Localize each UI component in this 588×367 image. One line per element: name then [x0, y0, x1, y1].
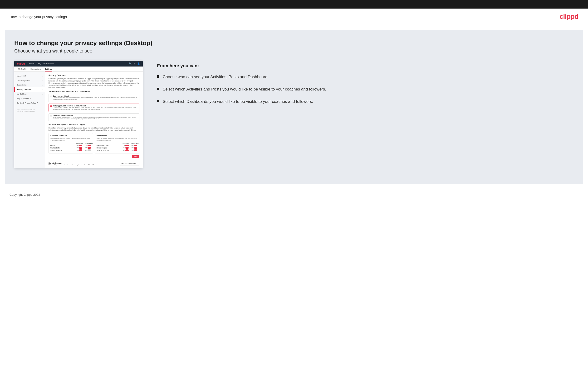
sidebar-item-privacy-policy[interactable]: Service & Privacy Policy ↗	[14, 101, 45, 105]
practice-label: Practice Drills	[50, 147, 76, 149]
sidebar-label-privacy-controls: Privacy Controls	[17, 88, 31, 91]
chevron-right-icon: ›	[42, 93, 43, 95]
player-dashboard-label: Player Dashboard	[96, 145, 122, 146]
clippd-logo: clippd	[560, 13, 579, 20]
sidebar-item-golf-bag[interactable]: My Golf Bag ›	[14, 92, 45, 96]
right-info-column: From here you can: Choose who can see yo…	[152, 61, 574, 111]
coaches-header-label: COACHES	[76, 142, 83, 144]
toggle-row-manual: Manual Activities ON ON	[50, 150, 91, 151]
manual-toggles: ON ON	[76, 150, 91, 151]
mockup-main-panel: Privacy Controls Control how you and you…	[45, 72, 143, 168]
bullet-list: Choose who can see your Activities, Post…	[157, 74, 574, 104]
sidebar-label-privacy-policy: Service & Privacy Policy ↗	[17, 102, 38, 104]
page-heading: How to change your privacy settings (Des…	[14, 39, 574, 47]
visit-community-button[interactable]: Visit Our Community ↗	[120, 162, 139, 166]
chevron-right-icon: ›	[42, 84, 43, 86]
two-column-layout: clippd Home My Performance 🔍 ⚙ 👤 My Prof…	[14, 61, 574, 168]
visit-community-label: Visit Our Community ↗	[121, 163, 138, 165]
followers-header-label-2: FOLLOWERS	[131, 142, 138, 144]
page-title: How to change your privacy settings	[9, 15, 67, 19]
what-to-work-coaches-toggle[interactable]: ON	[122, 150, 129, 151]
bullet-square-2	[157, 88, 159, 90]
sidebar-item-privacy-controls[interactable]: Privacy Controls ›	[14, 87, 45, 92]
tab-connections[interactable]: Connections	[30, 68, 41, 72]
player-dashboard-toggles: ON ON	[122, 145, 138, 146]
dashboards-col-desc: Select the types of activity that you'd …	[96, 138, 138, 141]
save-button[interactable]: Save	[132, 155, 139, 158]
mockup-tabs: My Profile Connections Settings	[14, 67, 143, 72]
bullet-item-2: Select which Activities and Posts you wo…	[157, 86, 574, 92]
sidebar-version: Clippd Client Version: 2022.8.2SQL Serve…	[14, 107, 45, 114]
user-icon: 👤	[137, 62, 140, 65]
sidebar-label-account: My Account	[17, 75, 26, 77]
bullet-text-2: Select which Activities and Posts you wo…	[163, 86, 326, 92]
radio-desc-only-you: Only you and the coaches you connect wit…	[53, 117, 138, 120]
radio-everyone[interactable]: Everyone on Clippd Everyone on Clippd ca…	[49, 94, 139, 102]
manual-coaches-toggle[interactable]: ON	[76, 150, 83, 151]
manual-label: Manual Activities	[50, 150, 76, 151]
what-to-work-label: What To Work On	[96, 150, 122, 151]
dashboards-header: COACHES FOLLOWERS	[96, 142, 138, 144]
tab-settings[interactable]: Settings	[45, 68, 52, 72]
sidebar-item-subscription[interactable]: Subscription ›	[14, 83, 45, 87]
toggle-row-round-insights: Round Insights ON ON	[96, 147, 138, 149]
sidebar-item-account[interactable]: My Account ›	[14, 74, 45, 78]
chevron-right-icon: ›	[42, 80, 43, 81]
bullet-item-1: Choose who can see your Activities, Post…	[157, 74, 574, 80]
practice-coaches-toggle[interactable]: ON	[76, 147, 83, 149]
sidebar-item-help[interactable]: Help & Support ↗	[14, 96, 45, 101]
copyright-text: Copyright Clippd 2022	[9, 193, 40, 196]
manual-followers-toggle[interactable]: ON	[85, 150, 91, 151]
round-insights-followers-toggle[interactable]: ON	[131, 147, 138, 149]
dashboards-col: Dashboards Select the types of activity …	[95, 133, 139, 153]
practice-followers-toggle[interactable]: ON	[85, 147, 91, 149]
page-subheading: Choose what you want people to see	[14, 48, 574, 54]
sidebar-label-subscription: Subscription	[17, 84, 26, 86]
radio-approved-followers[interactable]: Only Approved Followers and Your Coach O…	[49, 104, 139, 112]
who-can-see-title: Who Can See Your Activities and Dashboar…	[49, 90, 139, 92]
player-dashboard-followers-toggle[interactable]: ON	[131, 145, 138, 146]
header-divider	[9, 25, 579, 25]
mockup-nav-performance: My Performance	[38, 62, 54, 65]
bullet-text-3: Select which Dashboards you would like t…	[163, 99, 313, 105]
settings-icon: ⚙	[133, 62, 135, 65]
bullet-square-1	[157, 75, 159, 78]
followers-header-label: FOLLOWERS	[85, 142, 91, 144]
toggle-row-what-to-work: What To Work On ON ON	[96, 150, 138, 151]
chevron-right-icon: ›	[42, 75, 43, 77]
round-insights-coaches-toggle[interactable]: ON	[122, 147, 129, 149]
activities-col-title: Activities and Posts	[50, 135, 91, 137]
toggle-row-player-dashboard: Player Dashboard ON ON	[96, 145, 138, 146]
rounds-coaches-toggle[interactable]: ON	[76, 145, 83, 146]
round-insights-label: Round Insights	[96, 147, 122, 149]
radio-label-only-you: Only You and Your Coach	[53, 115, 138, 117]
help-text: Help & Support Visit our Clippd communit…	[49, 162, 98, 166]
tab-my-profile[interactable]: My Profile	[18, 68, 27, 72]
sidebar-item-data-integrations[interactable]: Data Integrations ›	[14, 78, 45, 83]
radio-desc-approved: Only approved followers and coaches you …	[53, 107, 138, 110]
activities-col: Activities and Posts Select the types of…	[49, 133, 93, 153]
radio-content-approved: Only Approved Followers and Your Coach O…	[53, 105, 138, 110]
show-hide-desc: Regardless of the privacy controls that …	[49, 127, 139, 131]
round-insights-toggles: ON ON	[122, 147, 138, 149]
privacy-controls-description: Control how you and your data appears to…	[49, 78, 139, 88]
radio-dot-only-you	[50, 115, 52, 117]
main-content: How to change your privacy settings (Des…	[5, 30, 583, 184]
mockup-top-nav: clippd Home My Performance 🔍 ⚙ 👤	[14, 61, 143, 67]
radio-content-everyone: Everyone on Clippd Everyone on Clippd ca…	[53, 95, 138, 101]
radio-only-you[interactable]: Only You and Your Coach Only you and the…	[49, 113, 139, 122]
radio-label-everyone: Everyone on Clippd	[53, 95, 138, 97]
player-dashboard-coaches-toggle[interactable]: ON	[122, 145, 129, 146]
sidebar-label-golf-bag: My Golf Bag	[17, 93, 26, 95]
rounds-followers-toggle[interactable]: ON	[85, 145, 91, 146]
radio-dot-approved	[50, 105, 52, 107]
what-to-work-followers-toggle[interactable]: ON	[131, 150, 138, 151]
screenshot-mockup: clippd Home My Performance 🔍 ⚙ 👤 My Prof…	[14, 61, 143, 168]
bullet-item-3: Select which Dashboards you would like t…	[157, 99, 574, 105]
help-title: Help & Support	[49, 162, 98, 164]
dashboards-col-title: Dashboards	[96, 135, 138, 137]
practice-toggles: ON ON	[76, 147, 91, 149]
radio-desc-everyone: Everyone on Clippd can search for you an…	[53, 97, 138, 101]
mockup-logo: clippd	[17, 62, 25, 65]
mockup-nav-home: Home	[28, 62, 34, 65]
